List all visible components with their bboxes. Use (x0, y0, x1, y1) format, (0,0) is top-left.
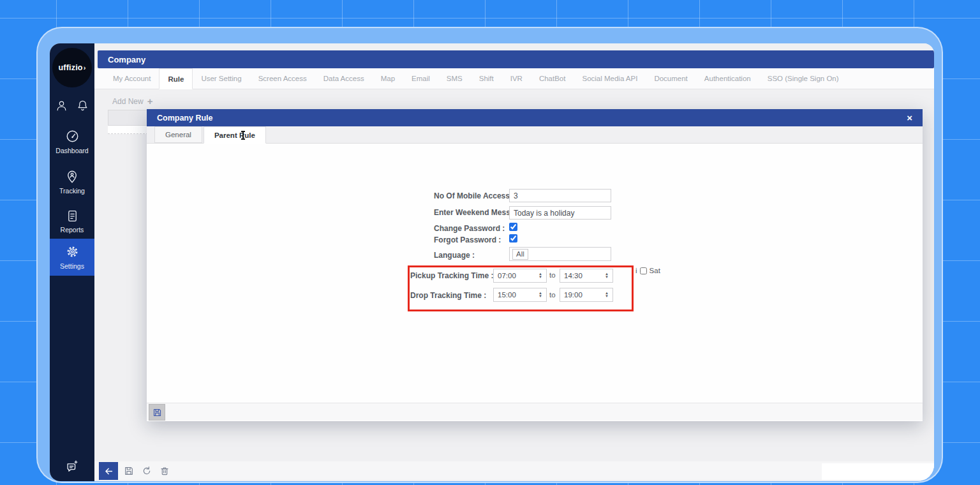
tab-user-setting[interactable]: User Setting (193, 68, 249, 89)
user-icon[interactable] (56, 100, 68, 114)
sidebar-item-dashboard[interactable]: Dashboard (50, 129, 94, 154)
change-password-label: Change Password : (434, 224, 505, 233)
desktop-background: uffizio› Dashboard (0, 0, 980, 485)
spinner-icon: ▲▼ (605, 292, 609, 298)
app-window: uffizio› Dashboard (36, 27, 943, 483)
drop-time-to-select[interactable]: 19:00 ▲▼ (560, 288, 613, 302)
back-arrow-icon (103, 466, 114, 477)
spinner-icon: ▲▼ (538, 292, 542, 298)
tab-sso[interactable]: SSO (Single Sign On) (759, 68, 847, 89)
tab-my-account[interactable]: My Account (105, 68, 159, 89)
sidebar-item-label: Tracking (59, 187, 85, 195)
location-pin-icon (65, 170, 79, 185)
language-label: Language : (434, 251, 475, 260)
sidebar-item-tracking[interactable]: Tracking (50, 170, 94, 195)
pickup-time-from-select[interactable]: 07:00 ▲▼ (493, 269, 547, 283)
mobile-access-label: No Of Mobile Access : (434, 191, 514, 200)
modal-footer (147, 403, 923, 421)
sidebar-top-icons (50, 100, 94, 114)
modal-save-button[interactable] (149, 404, 165, 421)
language-chip[interactable]: All (512, 249, 528, 260)
sidebar-item-reports[interactable]: Reports (50, 209, 94, 234)
page-title-bar: Company (98, 50, 934, 68)
drop-to-value: 19:00 (564, 291, 583, 299)
brand-logo-text: uffizio (58, 63, 82, 72)
language-input[interactable]: All (509, 247, 611, 261)
tab-ivr[interactable]: IVR (502, 68, 531, 89)
bell-icon[interactable] (77, 100, 89, 114)
weekday-sat-option: i Sat (635, 267, 660, 274)
spinner-icon: ▲▼ (538, 272, 542, 279)
speedometer-icon (65, 129, 80, 145)
text-cursor (242, 131, 244, 140)
modal-header: Company Rule × (147, 109, 923, 126)
sidebar-item-label: Reports (61, 226, 84, 234)
sidebar-item-settings[interactable]: Settings (50, 239, 94, 276)
save-icon[interactable] (124, 466, 134, 476)
back-button[interactable] (99, 462, 118, 480)
brand-logo[interactable]: uffizio› (52, 48, 92, 87)
tab-screen-access[interactable]: Screen Access (250, 68, 315, 89)
clipped-weekday-text: i (635, 267, 637, 274)
add-new-label: Add New (112, 97, 144, 106)
nav-tabstrip: My Account Rule User Setting Screen Acce… (94, 68, 934, 89)
modal-body: No Of Mobile Access : Enter Weekend Mess… (147, 144, 923, 403)
plus-icon: + (147, 96, 153, 107)
company-rule-modal: Company Rule × General Parent Rule No Of… (147, 109, 923, 421)
tab-rule[interactable]: Rule (159, 68, 193, 89)
brand-logo-arrow: › (84, 64, 86, 71)
weekend-message-input[interactable] (509, 206, 611, 220)
add-new-button[interactable]: Add New + (112, 96, 152, 107)
modal-tabstrip: General Parent Rule (147, 126, 923, 144)
close-icon[interactable]: × (907, 113, 912, 123)
tab-authentication[interactable]: Authentication (696, 68, 759, 89)
sidebar-bottom (50, 459, 94, 476)
tab-shift[interactable]: Shift (471, 68, 502, 89)
drop-time-from-select[interactable]: 15:00 ▲▼ (493, 288, 547, 302)
sat-label: Sat (650, 267, 660, 274)
change-password-checkbox[interactable] (509, 223, 517, 231)
forgot-password-checkbox[interactable] (509, 234, 517, 243)
drop-time-label: Drop Tracking Time : (410, 291, 486, 300)
bottom-footer-strip (94, 461, 934, 480)
gear-icon (65, 244, 80, 260)
tab-document[interactable]: Document (646, 68, 695, 89)
sat-checkbox[interactable] (640, 267, 647, 274)
modal-tab-general[interactable]: General (154, 126, 202, 143)
app-inner: uffizio› Dashboard (50, 43, 934, 481)
drop-to-joiner: to (549, 291, 556, 299)
pickup-time-label: Pickup Tracking Time : (410, 271, 494, 280)
content-area: Add New + (94, 89, 934, 481)
spinner-icon: ▲▼ (605, 272, 609, 279)
pickup-to-value: 14:30 (564, 272, 583, 280)
mobile-access-input[interactable] (509, 189, 611, 202)
tab-sms[interactable]: SMS (438, 68, 471, 89)
tab-chatbot[interactable]: ChatBot (531, 68, 574, 89)
report-document-icon (66, 209, 79, 224)
main-area: Company My Account Rule User Setting Scr… (94, 43, 934, 481)
sidebar-item-label: Dashboard (56, 147, 88, 154)
tab-map[interactable]: Map (373, 68, 403, 89)
modal-tab-label: Parent Rule (214, 131, 255, 139)
sidebar-item-label: Settings (60, 262, 84, 270)
pickup-from-value: 07:00 (498, 272, 516, 280)
modal-title: Company Rule (157, 114, 213, 123)
save-floppy-icon (152, 408, 162, 417)
undo-icon[interactable] (142, 466, 152, 476)
forgot-password-label: Forgot Password : (434, 235, 501, 244)
sidebar: uffizio› Dashboard (50, 43, 94, 481)
tab-social-media-api[interactable]: Social Media API (574, 68, 646, 89)
trash-icon[interactable] (160, 466, 170, 476)
page-title: Company (108, 55, 145, 64)
tab-email[interactable]: Email (403, 68, 438, 89)
pickup-to-joiner: to (549, 271, 556, 279)
pickup-time-to-select[interactable]: 14:30 ▲▼ (560, 269, 613, 283)
drop-from-value: 15:00 (498, 291, 516, 299)
modal-tab-parent-rule[interactable]: Parent Rule (204, 126, 266, 144)
bottom-right-panel (822, 463, 934, 480)
tab-data-access[interactable]: Data Access (315, 68, 373, 89)
chat-add-icon[interactable] (65, 459, 79, 476)
